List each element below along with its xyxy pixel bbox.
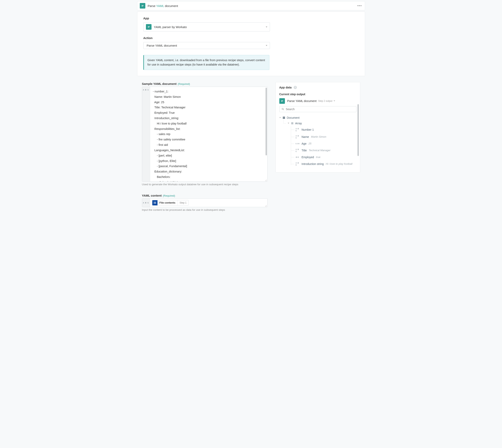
sample-yaml-helper: Used to generate the Workato output data…: [142, 183, 268, 186]
chevron-down-icon: [266, 45, 267, 46]
tree-leaf[interactable]: A B CTitleTechnical Manager: [291, 147, 356, 154]
step-header: Parse YAML document •••: [137, 1, 365, 10]
step-title: Parse YAML document: [148, 4, 178, 8]
leaf-name: Number 1: [302, 128, 314, 131]
step-title-link[interactable]: YAML: [156, 4, 164, 8]
scrollbar[interactable]: [357, 104, 359, 156]
datapill-file-contents[interactable]: File contents Step 1: [152, 200, 189, 206]
app-dropdown-value: YAML parser by Workato: [154, 25, 266, 29]
action-dropdown-value: Parse YAML document: [147, 44, 266, 47]
yaml-parser-icon: [146, 24, 151, 30]
leaf-value: Technical Manager: [309, 149, 330, 152]
leaf-name: Employed: [302, 156, 314, 159]
required-tag: (Required): [178, 82, 190, 85]
resize-handle-icon[interactable]: [265, 204, 267, 207]
datapill-step: Step 1: [178, 201, 189, 204]
tree-leaf[interactable]: A B CNumber 1: [291, 126, 356, 133]
step-output-selector[interactable]: Parse YAML document Step 2 output: [279, 98, 356, 104]
tree-node-document[interactable]: Document: [279, 115, 356, 121]
app-data-panel: App data ? Current step output Parse YAM…: [276, 82, 360, 173]
grid-icon: [283, 116, 285, 119]
search-input[interactable]: [279, 106, 356, 112]
chevron-down-icon: [279, 117, 281, 118]
svg-rect-0: [142, 5, 143, 6]
dropbox-icon: [152, 200, 157, 205]
chevron-down-icon: [266, 27, 267, 28]
leaf-name: Title: [302, 149, 307, 152]
yaml-content-input[interactable]: A B C File contents Step 1: [142, 198, 268, 207]
required-tag: (Required): [163, 194, 175, 197]
info-banner: Given YAML content, i.e. downloaded from…: [143, 55, 269, 70]
leaf-type-badge: A B C: [296, 128, 300, 132]
svg-rect-1: [142, 6, 143, 6]
yaml-content-label: YAML content: [142, 194, 162, 197]
leaf-type-badge: ⊘⊙: [296, 156, 300, 158]
svg-line-10: [283, 110, 284, 110]
svg-rect-13: [283, 118, 284, 119]
leaf-name: Introduction string: [302, 162, 324, 165]
svg-point-9: [282, 108, 283, 110]
scrollbar[interactable]: [266, 88, 267, 155]
datatree: Document Array A B CNumber 1A B CNameMar…: [279, 115, 356, 168]
svg-rect-7: [281, 101, 283, 101]
svg-rect-8: [281, 101, 282, 102]
current-step-output-label: Current step output: [279, 93, 356, 96]
step-title-suffix: document: [164, 4, 178, 8]
tree-leaf[interactable]: 0.00Age25: [291, 141, 356, 147]
tree-leaf[interactable]: A B CNameMartin Simon: [291, 133, 356, 141]
step-title-prefix: Parse: [148, 4, 156, 8]
leaf-value: Hi i love to play football: [326, 162, 352, 165]
app-field-label: App: [143, 16, 359, 20]
search-icon: [282, 108, 284, 111]
tree-label: Array: [295, 122, 302, 125]
leaf-type-badge: 0.00: [296, 143, 300, 145]
leaf-value: 25: [308, 142, 311, 145]
leaf-type-badge: A B C: [296, 162, 300, 166]
config-card: App YAML parser by Workato Action Parse …: [137, 12, 365, 76]
tree-leaf[interactable]: ⊘⊙Employedtrue: [291, 154, 356, 160]
action-dropdown[interactable]: Parse YAML document: [143, 42, 270, 49]
svg-rect-14: [284, 118, 285, 119]
leaf-type-badge: A B C: [296, 148, 300, 152]
yaml-parser-icon: [140, 3, 145, 9]
chevron-down-icon: [288, 123, 289, 124]
tree-leaf[interactable]: A B CIntroduction stringHi i love to pla…: [291, 160, 356, 168]
leaf-value: Martin Simon: [311, 135, 326, 138]
step-output-name: Parse YAML document: [287, 99, 317, 103]
help-icon[interactable]: ?: [294, 86, 297, 89]
app-dropdown[interactable]: YAML parser by Workato: [143, 22, 270, 32]
leaf-name: Name: [302, 135, 309, 138]
more-menu-icon[interactable]: •••: [357, 4, 362, 8]
svg-rect-5: [148, 27, 149, 28]
resize-handle-icon[interactable]: [265, 179, 267, 181]
leaf-type-badge: A B C: [296, 135, 300, 139]
sample-yaml-input[interactable]: A B C - number_1: Name: Martin Simon Age…: [142, 87, 268, 182]
leaf-value: true: [316, 156, 320, 159]
svg-rect-12: [284, 117, 285, 118]
code-gutter: A B C: [142, 87, 150, 181]
svg-rect-6: [281, 100, 283, 101]
yaml-content-helper: Input the content to be processed as dat…: [142, 208, 268, 211]
sample-yaml-label: Sample YAML document: [142, 82, 177, 85]
action-field-label: Action: [143, 36, 359, 40]
app-data-title: App data: [279, 86, 292, 89]
sample-yaml-content[interactable]: - number_1: Name: Martin Simon Age: 25 T…: [150, 87, 267, 181]
step-output-meta: Step 2 output: [318, 100, 332, 102]
tree-node-array[interactable]: Array: [279, 121, 356, 126]
tree-label: Document: [287, 116, 300, 119]
datapill-label: File contents: [157, 200, 178, 205]
code-gutter: A B C: [142, 199, 150, 207]
yaml-parser-icon: [279, 98, 285, 104]
search-field[interactable]: [286, 108, 354, 111]
leaf-name: Age: [302, 142, 307, 145]
chevron-down-icon: [334, 100, 335, 101]
list-icon: [291, 122, 294, 125]
svg-rect-4: [148, 27, 150, 27]
svg-rect-11: [283, 117, 284, 118]
svg-rect-2: [142, 6, 143, 6]
svg-rect-3: [148, 26, 150, 27]
